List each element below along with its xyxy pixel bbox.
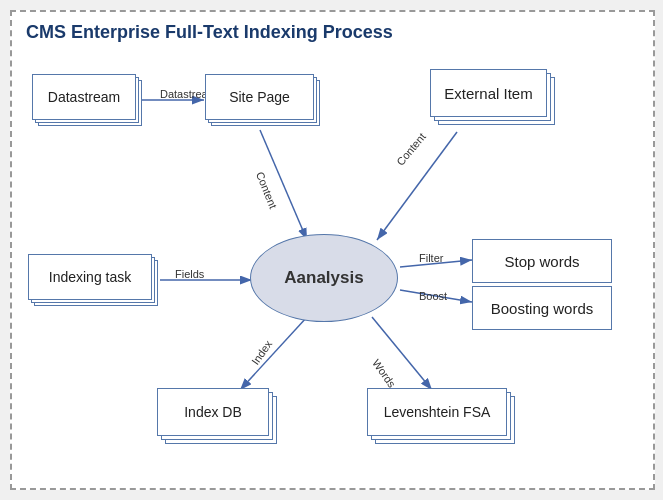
datastream-label: Datastream [32, 74, 136, 120]
indexingtask-node: Indexing task [28, 254, 158, 306]
externalitem-node: External Item [430, 69, 555, 125]
levenshtein-label: Levenshtein FSA [367, 388, 507, 436]
indexdb-label: Index DB [157, 388, 269, 436]
datastream-node: Datastream [32, 74, 142, 126]
stopwords-node: Stop words [472, 239, 612, 283]
diagram-container: CMS Enterprise Full-Text Indexing Proces… [10, 10, 655, 490]
analysis-node: Aanalysis [250, 234, 398, 322]
label-index: Index [249, 338, 274, 367]
sitepage-node: Site Page [205, 74, 320, 126]
label-words: Words [370, 357, 398, 390]
label-content2: Content [394, 130, 428, 167]
label-fields: Fields [175, 268, 204, 280]
svg-line-8 [240, 317, 307, 390]
externalitem-label: External Item [430, 69, 547, 117]
sitepage-label: Site Page [205, 74, 314, 120]
analysis-label: Aanalysis [284, 268, 363, 288]
label-filter: Filter [419, 252, 443, 264]
diagram-title: CMS Enterprise Full-Text Indexing Proces… [26, 22, 393, 43]
levenshtein-node: Levenshtein FSA [367, 388, 515, 444]
indexdb-node: Index DB [157, 388, 277, 444]
boostingwords-node: Boosting words [472, 286, 612, 330]
indexingtask-label: Indexing task [28, 254, 152, 300]
label-boost: Boost [419, 290, 447, 302]
label-content1: Content [254, 170, 280, 210]
